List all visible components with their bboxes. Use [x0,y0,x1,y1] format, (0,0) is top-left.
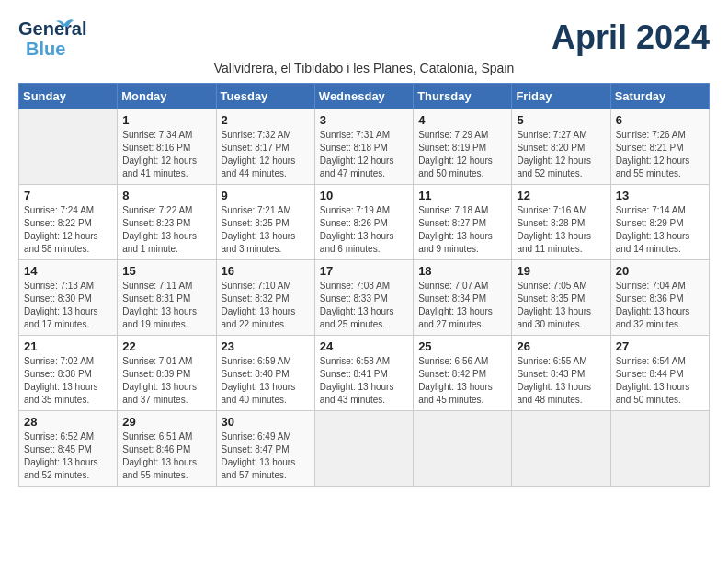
day-info: Sunrise: 7:11 AM Sunset: 8:31 PM Dayligh… [122,280,210,331]
day-number: 2 [222,113,310,127]
day-info: Sunrise: 7:05 AM Sunset: 8:35 PM Dayligh… [517,280,605,331]
day-info: Sunrise: 6:58 AM Sunset: 8:41 PM Dayligh… [320,355,408,407]
day-number: 28 [24,415,112,429]
day-info: Sunrise: 6:59 AM Sunset: 8:40 PM Dayligh… [222,355,310,407]
calendar-cell: 19Sunrise: 7:05 AM Sunset: 8:35 PM Dayli… [512,260,610,336]
page-header: General Blue April 2024 [18,18,710,57]
day-info: Sunrise: 7:13 AM Sunset: 8:30 PM Dayligh… [24,280,112,331]
day-info: Sunrise: 7:01 AM Sunset: 8:39 PM Dayligh… [122,355,210,407]
day-number: 22 [122,339,210,353]
calendar-cell: 21Sunrise: 7:02 AM Sunset: 8:38 PM Dayli… [19,336,118,411]
calendar-cell: 4Sunrise: 7:29 AM Sunset: 8:19 PM Daylig… [414,109,512,185]
day-header-thursday: Thursday [414,84,512,109]
day-number: 3 [320,113,408,127]
calendar-cell: 12Sunrise: 7:16 AM Sunset: 8:28 PM Dayli… [512,185,610,260]
calendar-cell: 13Sunrise: 7:14 AM Sunset: 8:29 PM Dayli… [610,185,709,260]
logo-blue: Blue [26,39,65,59]
day-info: Sunrise: 7:26 AM Sunset: 8:21 PM Dayligh… [616,129,704,180]
day-info: Sunrise: 7:14 AM Sunset: 8:29 PM Dayligh… [616,204,704,256]
day-info: Sunrise: 7:07 AM Sunset: 8:34 PM Dayligh… [418,280,506,331]
calendar-cell: 24Sunrise: 6:58 AM Sunset: 8:41 PM Dayli… [314,336,413,411]
day-number: 8 [122,189,210,202]
calendar-cell: 28Sunrise: 6:52 AM Sunset: 8:45 PM Dayli… [19,411,118,487]
day-info: Sunrise: 7:16 AM Sunset: 8:28 PM Dayligh… [517,204,605,256]
day-info: Sunrise: 7:08 AM Sunset: 8:33 PM Dayligh… [320,280,408,331]
calendar-cell: 20Sunrise: 7:04 AM Sunset: 8:36 PM Dayli… [610,260,709,336]
day-info: Sunrise: 7:21 AM Sunset: 8:25 PM Dayligh… [222,204,310,256]
calendar-cell: 18Sunrise: 7:07 AM Sunset: 8:34 PM Dayli… [414,260,512,336]
calendar-cell [610,411,709,487]
day-number: 13 [616,189,704,202]
calendar-cell: 17Sunrise: 7:08 AM Sunset: 8:33 PM Dayli… [314,260,413,336]
day-info: Sunrise: 6:56 AM Sunset: 8:42 PM Dayligh… [418,355,506,407]
calendar-cell: 25Sunrise: 6:56 AM Sunset: 8:42 PM Dayli… [414,336,512,411]
day-number: 30 [222,415,310,429]
day-info: Sunrise: 7:22 AM Sunset: 8:23 PM Dayligh… [122,204,210,256]
calendar-cell [19,109,118,185]
day-header-monday: Monday [118,84,216,109]
logo-bird-icon [55,18,75,35]
day-number: 14 [24,264,112,278]
location: Vallvidrera, el Tibidabo i les Planes, C… [18,61,710,75]
calendar-cell [314,411,413,487]
day-info: Sunrise: 6:52 AM Sunset: 8:45 PM Dayligh… [24,431,112,482]
day-info: Sunrise: 7:27 AM Sunset: 8:20 PM Dayligh… [517,129,605,180]
calendar-cell: 23Sunrise: 6:59 AM Sunset: 8:40 PM Dayli… [216,336,314,411]
calendar-cell: 3Sunrise: 7:31 AM Sunset: 8:18 PM Daylig… [314,109,413,185]
day-info: Sunrise: 7:02 AM Sunset: 8:38 PM Dayligh… [24,355,112,407]
calendar-cell: 1Sunrise: 7:34 AM Sunset: 8:16 PM Daylig… [118,109,216,185]
day-info: Sunrise: 7:18 AM Sunset: 8:27 PM Dayligh… [418,204,506,256]
day-number: 18 [418,264,506,278]
day-number: 27 [616,339,704,353]
day-number: 7 [24,189,112,202]
day-number: 10 [320,189,408,202]
day-header-sunday: Sunday [19,84,118,109]
day-info: Sunrise: 7:19 AM Sunset: 8:26 PM Dayligh… [320,204,408,256]
day-header-friday: Friday [512,84,610,109]
calendar-week-row: 1Sunrise: 7:34 AM Sunset: 8:16 PM Daylig… [19,109,710,185]
calendar-week-row: 7Sunrise: 7:24 AM Sunset: 8:22 PM Daylig… [19,185,710,260]
calendar-cell: 9Sunrise: 7:21 AM Sunset: 8:25 PM Daylig… [216,185,314,260]
day-number: 29 [122,415,210,429]
logo: General Blue [18,18,64,57]
day-number: 24 [320,339,408,353]
logo-general: General [18,18,86,39]
calendar-cell: 2Sunrise: 7:32 AM Sunset: 8:17 PM Daylig… [216,109,314,185]
calendar-week-row: 28Sunrise: 6:52 AM Sunset: 8:45 PM Dayli… [19,411,710,487]
calendar-cell: 26Sunrise: 6:55 AM Sunset: 8:43 PM Dayli… [512,336,610,411]
day-header-saturday: Saturday [610,84,709,109]
day-info: Sunrise: 7:24 AM Sunset: 8:22 PM Dayligh… [24,204,112,256]
day-number: 15 [122,264,210,278]
day-number: 9 [222,189,310,202]
calendar-cell [414,411,512,487]
day-info: Sunrise: 7:34 AM Sunset: 8:16 PM Dayligh… [122,129,210,180]
calendar-cell: 8Sunrise: 7:22 AM Sunset: 8:23 PM Daylig… [118,185,216,260]
calendar-cell: 6Sunrise: 7:26 AM Sunset: 8:21 PM Daylig… [610,109,709,185]
day-number: 11 [418,189,506,202]
calendar-cell: 16Sunrise: 7:10 AM Sunset: 8:32 PM Dayli… [216,260,314,336]
calendar-header-row: SundayMondayTuesdayWednesdayThursdayFrid… [19,84,710,109]
day-number: 20 [616,264,704,278]
day-number: 1 [122,113,210,127]
day-info: Sunrise: 6:51 AM Sunset: 8:46 PM Dayligh… [122,431,210,482]
day-number: 26 [517,339,605,353]
calendar-cell: 29Sunrise: 6:51 AM Sunset: 8:46 PM Dayli… [118,411,216,487]
day-number: 23 [222,339,310,353]
calendar-cell: 30Sunrise: 6:49 AM Sunset: 8:47 PM Dayli… [216,411,314,487]
calendar-week-row: 21Sunrise: 7:02 AM Sunset: 8:38 PM Dayli… [19,336,710,411]
day-info: Sunrise: 7:32 AM Sunset: 8:17 PM Dayligh… [222,129,310,180]
calendar-cell: 22Sunrise: 7:01 AM Sunset: 8:39 PM Dayli… [118,336,216,411]
day-info: Sunrise: 6:54 AM Sunset: 8:44 PM Dayligh… [616,355,704,407]
day-info: Sunrise: 6:55 AM Sunset: 8:43 PM Dayligh… [517,355,605,407]
day-info: Sunrise: 7:31 AM Sunset: 8:18 PM Dayligh… [320,129,408,180]
calendar-table: SundayMondayTuesdayWednesdayThursdayFrid… [18,83,710,487]
day-info: Sunrise: 7:10 AM Sunset: 8:32 PM Dayligh… [222,280,310,331]
calendar-cell: 11Sunrise: 7:18 AM Sunset: 8:27 PM Dayli… [414,185,512,260]
day-header-tuesday: Tuesday [216,84,314,109]
calendar-cell: 14Sunrise: 7:13 AM Sunset: 8:30 PM Dayli… [19,260,118,336]
calendar-cell: 5Sunrise: 7:27 AM Sunset: 8:20 PM Daylig… [512,109,610,185]
calendar-cell: 10Sunrise: 7:19 AM Sunset: 8:26 PM Dayli… [314,185,413,260]
day-number: 25 [418,339,506,353]
day-number: 17 [320,264,408,278]
day-number: 4 [418,113,506,127]
